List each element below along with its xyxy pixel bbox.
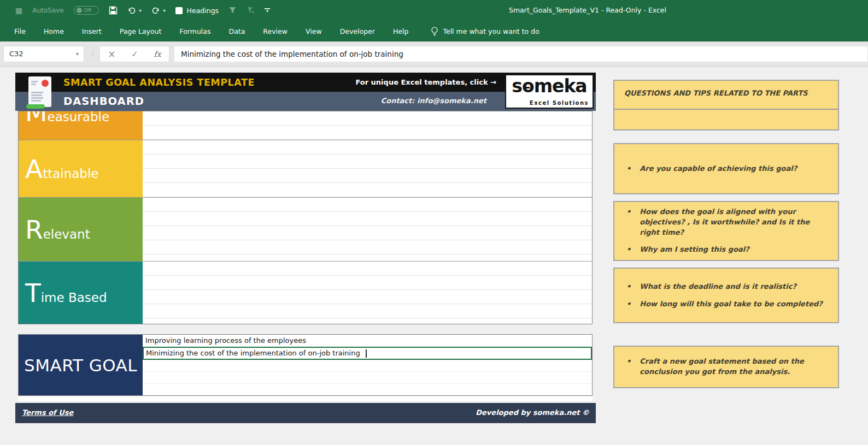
cancel-icon[interactable]: × (108, 49, 115, 60)
smart-goal-empty-cells[interactable] (143, 360, 592, 395)
time-based-label-cell: Time Based (19, 262, 143, 324)
ribbon-tab-bar: File Home Insert Page Layout Formulas Da… (0, 21, 868, 41)
excel-app-icon: ▦ (15, 7, 22, 14)
relevant-input-cells[interactable] (143, 198, 592, 261)
dashboard-document-icon (24, 74, 56, 109)
spacer-row (18, 396, 593, 401)
insert-function-icon[interactable]: fx (154, 50, 161, 58)
save-icon[interactable] (109, 6, 118, 15)
customize-toolbar-icon[interactable]: ▾ (265, 8, 270, 13)
lightbulb-icon (431, 27, 438, 36)
tip-item: • Are you capable of achieving this goal… (626, 164, 826, 174)
autosave-state: Off (84, 8, 91, 13)
tab-insert[interactable]: Insert (82, 27, 102, 35)
tab-view[interactable]: View (306, 27, 322, 35)
tip-text: What is the deadline and is it realistic… (640, 282, 796, 292)
quick-access-toolbar: ▦ AutoSave Off ▾ ▾ Headings ▾ (0, 6, 270, 15)
relevant-letter: R (25, 215, 43, 245)
tell-me-label: Tell me what you want to do (443, 27, 539, 35)
tab-help[interactable]: Help (393, 27, 409, 35)
tab-review[interactable]: Review (263, 27, 288, 35)
formula-input[interactable]: Minimizing the cost of the implementatio… (174, 46, 868, 62)
tip-item: • How long will this goal take to be com… (626, 299, 826, 310)
tips-header-text: QUESTIONS AND TIPS RELATED TO THE PARTS (614, 81, 838, 110)
tab-data[interactable]: Data (229, 27, 245, 35)
tips-header-box: QUESTIONS AND TIPS RELATED TO THE PARTS (613, 80, 839, 130)
mart-table: Measurable Attainable Relevant (18, 111, 593, 324)
redo-icon[interactable] (151, 7, 160, 15)
measurable-label-cell: Measurable (19, 111, 143, 140)
bullet-icon: • (626, 357, 631, 377)
logo-o-accent (525, 87, 530, 88)
formula-bar-divider: ⋮ (89, 49, 96, 57)
tab-file[interactable]: File (14, 27, 26, 35)
attainable-rest: ttainable (43, 167, 98, 181)
undo-icon[interactable] (127, 7, 136, 15)
attainable-input-cells[interactable] (143, 140, 592, 197)
formula-bar: C32 ▾ ⋮ × ✓ fx Minimizing the cost of th… (0, 41, 868, 67)
tip-item: • What is the deadline and is it realist… (626, 282, 826, 292)
tip-box-time-based: • What is the deadline and is it realist… (613, 268, 839, 323)
dashboard-footer: Terms of Use Developed by someka.net © (15, 403, 596, 423)
name-box-value: C32 (9, 50, 24, 58)
tip-text: Craft a new goal statement based on the … (640, 357, 826, 377)
tell-me-box[interactable]: Tell me what you want to do (431, 27, 539, 36)
promo-link[interactable]: For unique Excel templates, click → (355, 73, 496, 92)
dashboard-subtitle: DASHBOARD (63, 92, 144, 111)
tab-home[interactable]: Home (44, 27, 64, 35)
tip-box-smart-goal: • Craft a new goal statement based on th… (613, 346, 839, 388)
someka-logo-text: someka (506, 75, 593, 97)
tip-item: • How does the goal is aligned with your… (626, 207, 826, 238)
autosave-toggle[interactable]: Off (74, 6, 99, 15)
smart-goal-entry-2-selected-cell[interactable]: Minimizing the cost of the implementatio… (143, 347, 592, 360)
template-title: SMART GOAL ANALYSIS TEMPLATE (63, 73, 255, 92)
time-based-input-cells[interactable] (143, 262, 592, 324)
terms-of-use-link[interactable]: Terms of Use (22, 403, 73, 423)
headings-checkbox[interactable] (175, 7, 183, 14)
enter-icon[interactable]: ✓ (131, 49, 138, 59)
tip-text: Why am I setting this goal? (640, 245, 749, 255)
text-cursor (366, 349, 367, 358)
someka-logo-tagline: Excel Solutions (530, 100, 589, 106)
tip-item: • Craft a new goal statement based on th… (626, 357, 826, 377)
tab-developer[interactable]: Developer (340, 27, 375, 35)
bullet-icon: • (626, 164, 631, 174)
toggle-knob-icon (77, 8, 82, 13)
measurable-input-cells[interactable] (143, 111, 592, 140)
someka-logo[interactable]: someka Excel Solutions (505, 74, 594, 109)
undo-dropdown-icon[interactable]: ▾ (139, 8, 142, 13)
bullet-icon: • (626, 207, 631, 238)
tip-text: How does the goal is aligned with your o… (640, 207, 826, 238)
relevant-label-cell: Relevant (19, 198, 143, 261)
attainable-label-cell: Attainable (19, 140, 143, 197)
autosave-label: AutoSave (32, 7, 63, 14)
name-box[interactable]: C32 ▾ (3, 46, 84, 62)
measurable-rest: easurable (48, 111, 110, 124)
row-time-based: Time Based (19, 261, 592, 324)
smart-goal-table: SMART GOAL Improving learning process of… (18, 334, 593, 396)
window-title: Smart_Goals_Template_V1 - Read-Only - Ex… (383, 0, 793, 21)
tip-item: • Why am I setting this goal? (626, 245, 826, 255)
tip-box-attainable: • Are you capable of achieving this goal… (613, 143, 839, 194)
name-box-dropdown-icon[interactable]: ▾ (76, 46, 79, 62)
bullet-icon: • (626, 245, 631, 255)
measurable-letter: M (25, 111, 48, 127)
smart-goal-label-cell: SMART GOAL (19, 335, 143, 395)
bullet-icon: • (626, 299, 631, 310)
bullet-icon: • (626, 282, 631, 292)
time-based-rest: ime Based (41, 290, 107, 305)
smart-goal-entry-2-text: Minimizing the cost of the implementatio… (146, 349, 360, 357)
redo-dropdown-icon[interactable]: ▾ (163, 8, 166, 13)
time-based-letter: T (25, 278, 41, 308)
headings-label: Headings (187, 7, 219, 15)
contact-link[interactable]: Contact: info@someka.net (381, 92, 486, 111)
clear-filter-icon[interactable] (247, 7, 255, 14)
tab-formulas[interactable]: Formulas (179, 27, 210, 35)
filter-icon[interactable] (228, 7, 237, 14)
smart-goal-entry-1[interactable]: Improving learning process of the employ… (143, 335, 592, 347)
dashboard-panel: SMART GOAL ANALYSIS TEMPLATE For unique … (15, 73, 596, 425)
tab-page-layout[interactable]: Page Layout (120, 27, 162, 35)
tip-text: How long will this goal take to be compl… (640, 299, 823, 310)
formula-buttons: × ✓ fx (99, 46, 169, 62)
developed-by-label: Developed by someka.net © (476, 403, 589, 423)
